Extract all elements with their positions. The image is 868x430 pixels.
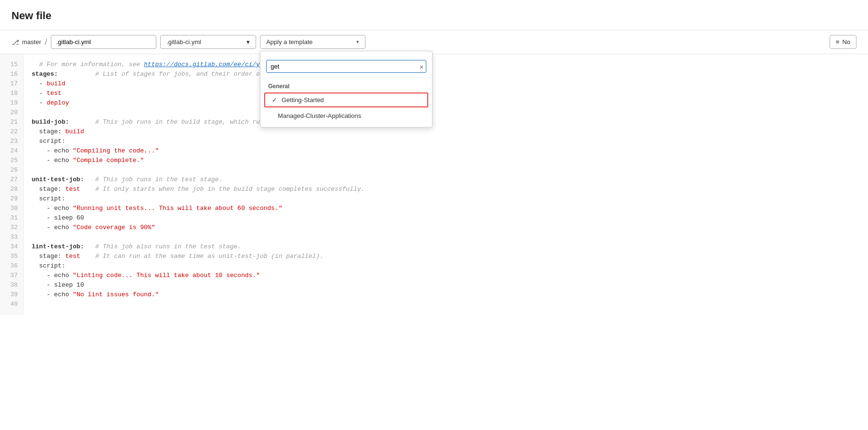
line-num-36: 36	[0, 261, 23, 271]
line-num-38: 38	[0, 280, 23, 290]
line-num-23: 23	[0, 137, 23, 146]
editor-container: 15 16 17 18 19 20 21 22 23 24 25 26 27 2…	[0, 54, 868, 315]
code-line-20	[32, 108, 860, 117]
line-num-34: 34	[0, 242, 23, 252]
dropdown-search-container: ×	[260, 55, 432, 78]
line-num-15: 15	[0, 60, 23, 70]
branch-name: master	[22, 38, 41, 46]
line-num-35: 35	[0, 252, 23, 261]
line-num-17: 17	[0, 79, 23, 89]
code-line-32: - echo "Code coverage is 90%"	[32, 223, 860, 232]
dropdown-item-getting-started[interactable]: ✓ Getting-Started	[264, 93, 428, 107]
line-num-19: 19	[0, 98, 23, 108]
line-num-33: 33	[0, 232, 23, 242]
line-num-31: 31	[0, 213, 23, 223]
template-search-input[interactable]	[266, 60, 426, 73]
apply-template-label: Apply a template	[266, 38, 313, 46]
code-line-34: lint-test-job: # This job also runs in t…	[32, 242, 860, 252]
code-line-39: - echo "No lint issues found."	[32, 290, 860, 300]
path-separator: /	[45, 38, 47, 46]
code-editor[interactable]: # For more information, see https://docs…	[24, 54, 868, 315]
code-line-31: - sleep 60	[32, 213, 860, 223]
line-numbers: 15 16 17 18 19 20 21 22 23 24 25 26 27 2…	[0, 54, 24, 315]
code-line-28: stage: test # It only starts when the jo…	[32, 185, 860, 194]
file-type-select[interactable]: .gitlab-ci.yml ▾	[160, 35, 256, 49]
item-label-getting-started: Getting-Started	[282, 96, 324, 104]
code-line-22: stage: build	[32, 127, 860, 137]
code-line-16: stages: # List of stages for jobs, and t…	[32, 70, 860, 79]
code-line-35: stage: test # It can run at the same tim…	[32, 252, 860, 261]
code-line-21: build-job: # This job runs in the build …	[32, 117, 860, 127]
line-num-20: 20	[0, 108, 23, 117]
line-num-30: 30	[0, 204, 23, 213]
line-num-29: 29	[0, 194, 23, 204]
branch-icon: ⎇	[12, 38, 19, 46]
line-num-24: 24	[0, 146, 23, 156]
code-line-40	[32, 300, 860, 309]
line-num-40: 40	[0, 300, 23, 309]
code-line-25: - echo "Compile complete."	[32, 156, 860, 165]
line-num-16: 16	[0, 70, 23, 79]
file-path-input[interactable]	[51, 35, 156, 49]
code-line-15: # For more information, see https://docs…	[32, 60, 860, 70]
line-num-27: 27	[0, 175, 23, 185]
toolbar: ⎇ master / .gitlab-ci.yml ▾ Apply a temp…	[0, 30, 868, 54]
no-wrap-button[interactable]: ≡ No	[830, 35, 856, 49]
code-line-24: - echo "Compiling the code..."	[32, 146, 860, 156]
template-dropdown: × General ✓ Getting-Started Managed-Clus…	[260, 51, 433, 128]
code-line-30: - echo "Running unit tests... This will …	[32, 204, 860, 213]
line-num-32: 32	[0, 223, 23, 232]
code-line-19: - deploy	[32, 98, 860, 108]
check-mark: ✓	[272, 96, 277, 104]
code-line-23: script:	[32, 137, 860, 146]
file-type-label: .gitlab-ci.yml	[166, 38, 201, 46]
code-line-29: script:	[32, 194, 860, 204]
search-clear-button[interactable]: ×	[419, 63, 423, 70]
apply-template-button[interactable]: Apply a template ▾	[260, 35, 365, 49]
no-wrap-label: No	[842, 38, 850, 46]
branch-indicator: ⎇ master	[12, 38, 41, 46]
code-line-38: - sleep 10	[32, 280, 860, 290]
apply-template-chevron: ▾	[356, 39, 359, 45]
item-label-managed-cluster: Managed-Cluster-Applications	[278, 112, 361, 119]
code-line-18: - test	[32, 89, 860, 98]
dropdown-item-managed-cluster[interactable]: Managed-Cluster-Applications	[260, 108, 432, 123]
code-line-17: - build	[32, 79, 860, 89]
code-line-37: - echo "Linting code... This will take a…	[32, 271, 860, 280]
line-num-39: 39	[0, 290, 23, 300]
line-num-25: 25	[0, 156, 23, 165]
line-num-28: 28	[0, 185, 23, 194]
page-title: New file	[0, 0, 868, 30]
code-line-27: unit-test-job: # This job runs in the te…	[32, 175, 860, 185]
line-num-26: 26	[0, 165, 23, 175]
dropdown-section-general: General	[260, 80, 432, 92]
code-line-26	[32, 165, 860, 175]
line-num-22: 22	[0, 127, 23, 137]
search-wrapper: ×	[266, 60, 426, 73]
no-wrap-icon: ≡	[836, 38, 840, 46]
line-num-18: 18	[0, 89, 23, 98]
code-line-36: script:	[32, 261, 860, 271]
file-type-chevron: ▾	[246, 38, 250, 46]
template-select: Apply a template ▾ × General ✓ Getting-S…	[260, 35, 365, 49]
line-num-21: 21	[0, 117, 23, 127]
line-num-37: 37	[0, 271, 23, 280]
code-line-33	[32, 232, 860, 242]
